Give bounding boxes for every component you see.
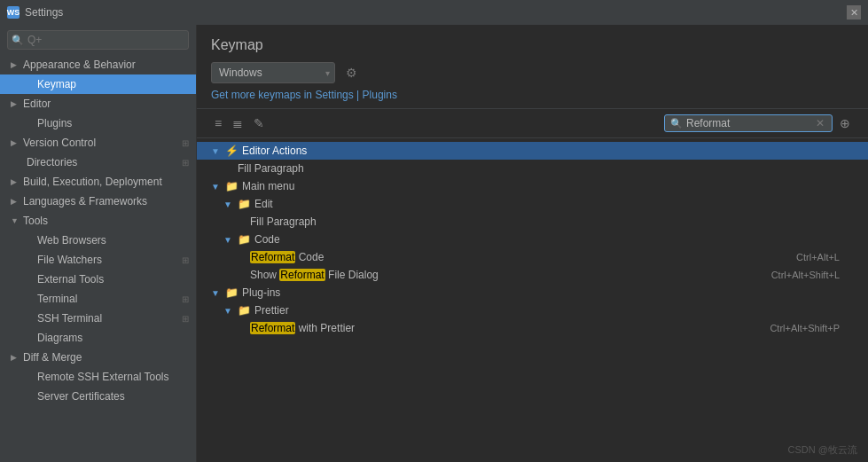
edit-shortcut-button[interactable]: ✎ (250, 114, 268, 132)
watermark: CSDN @牧云流 (788, 443, 857, 457)
arrow-icon: ▶ (11, 177, 20, 186)
tree-row-code[interactable]: ▼📁Code (197, 231, 868, 248)
content-header: Keymap Windows macOS Linux Eclipse NetBe… (197, 25, 868, 109)
sidebar-search-wrap: 🔍 (7, 30, 189, 50)
tree-row-main-menu[interactable]: ▼📁Main menu (197, 177, 868, 195)
folder-icon: 📁 (238, 304, 251, 317)
sidebar-item-label: Directories (27, 156, 77, 168)
sidebar-item-directories[interactable]: Directories⊞ (0, 153, 196, 172)
arrow-icon: ▶ (11, 60, 20, 69)
sidebar-item-terminal[interactable]: Terminal⊞ (0, 289, 196, 309)
sidebar-item-build[interactable]: ▶Build, Execution, Deployment (0, 172, 196, 192)
folder-icon: 📁 (238, 233, 251, 246)
toggle-icon: ▼ (211, 182, 223, 192)
find-usages-button[interactable]: ⊕ (836, 114, 854, 132)
tree-row-prettier[interactable]: ▼📁Prettier (197, 301, 868, 319)
arrow-icon: ▶ (11, 197, 20, 206)
shortcut-badge: Ctrl+Alt+L (796, 252, 854, 262)
sidebar-item-web-browsers[interactable]: Web Browsers (0, 231, 196, 250)
title-bar: WS Settings ✕ (0, 0, 868, 25)
sidebar-item-diagrams[interactable]: Diagrams (0, 328, 196, 348)
keymap-select[interactable]: Windows macOS Linux Eclipse NetBeans (211, 62, 335, 83)
app-icon: WS (7, 6, 20, 19)
sidebar-item-ssh-terminal[interactable]: SSH Terminal⊞ (0, 309, 196, 328)
sidebar-item-file-watchers[interactable]: File Watchers⊞ (0, 250, 196, 270)
close-button[interactable]: ✕ (847, 5, 861, 20)
tree-row-label: Code (254, 233, 854, 246)
shortcut-badge: Ctrl+Alt+Shift+L (771, 270, 854, 280)
tree-row-editor-actions[interactable]: ▼⚡Editor Actions (197, 142, 868, 160)
arrow-icon: ▶ (11, 353, 20, 362)
arrow-icon: ▼ (11, 216, 20, 225)
sidebar-item-version-control[interactable]: ▶Version Control⊞ (0, 133, 196, 153)
sidebar-item-label: Appearance & Behavior (23, 59, 136, 71)
search-box-wrap: 🔍 ✕ (664, 114, 833, 132)
tree-row-show-reformat[interactable]: Show Reformat File DialogCtrl+Alt+Shift+… (197, 266, 868, 284)
keymap-toolbar: ≡ ≣ ✎ 🔍 ✕ ⊕ (197, 109, 868, 138)
sidebar-item-editor[interactable]: ▶Editor (0, 94, 196, 114)
toggle-icon: ▼ (211, 146, 223, 156)
highlight-text: Reformat (250, 322, 295, 334)
shortcut-badge: Ctrl+Alt+Shift+P (770, 323, 854, 333)
sidebar-search-icon: 🔍 (12, 35, 24, 46)
folder-icon: 📁 (225, 286, 239, 299)
tree-row-label: Reformat Code (250, 251, 796, 263)
tree-row-reformat-code[interactable]: Reformat CodeCtrl+Alt+L (197, 248, 868, 266)
sidebar-item-diff-merge[interactable]: ▶Diff & Merge (0, 348, 196, 367)
toggle-icon: ▼ (211, 288, 223, 298)
keymap-search-input[interactable] (686, 117, 810, 129)
plugins-link[interactable]: Plugins (363, 89, 397, 101)
tree-rows-list: ▼⚡Editor ActionsFill Paragraph▼📁Main men… (197, 142, 868, 337)
tree-row-fill-paragraph-2[interactable]: Fill Paragraph (197, 213, 868, 231)
arrow-icon: ▶ (11, 99, 20, 108)
sidebar-item-appearance[interactable]: ▶Appearance & Behavior (0, 55, 196, 74)
sidebar-item-label: File Watchers (37, 254, 102, 266)
search-icon: 🔍 (670, 118, 683, 129)
sidebar-item-languages[interactable]: ▶Languages & Frameworks (0, 192, 196, 211)
main-layout: 🔍 ▶Appearance & BehaviorKeymap▶EditorPlu… (0, 25, 868, 462)
sidebar-search-area: 🔍 (0, 25, 196, 55)
sidebar-item-label: Server Certificates (37, 390, 125, 403)
sidebar-item-external-tools[interactable]: External Tools (0, 270, 196, 289)
sidebar-item-keymap[interactable]: Keymap (0, 74, 196, 94)
sidebar-item-server-certs[interactable]: Server Certificates (0, 387, 196, 406)
external-icon: ⊞ (182, 138, 189, 148)
tree-row-plug-ins[interactable]: ▼📁Plug-ins (197, 284, 868, 301)
gear-button[interactable]: ⚙ (342, 64, 361, 82)
action-icon: ⚡ (225, 145, 239, 157)
clear-search-button[interactable]: ✕ (814, 117, 826, 129)
sidebar-item-label: SSH Terminal (37, 312, 102, 325)
highlight-text: Reformat (279, 269, 325, 281)
content-area: Keymap Windows macOS Linux Eclipse NetBe… (197, 25, 868, 462)
keymap-link-row: Get more keymaps in Settings | Plugins (211, 89, 854, 101)
sidebar-item-tools[interactable]: ▼Tools (0, 211, 196, 231)
external-icon: ⊞ (182, 158, 189, 168)
tree-row-label: Show Reformat File Dialog (250, 269, 771, 281)
sidebar-item-plugins[interactable]: Plugins (0, 114, 196, 133)
get-more-keymaps-link[interactable]: Get more keymaps in Settings (211, 89, 354, 101)
tree-row-label: Edit (254, 198, 854, 210)
toggle-icon: ▼ (223, 200, 236, 209)
sidebar-item-label: Keymap (37, 78, 76, 90)
arrow-icon: ▶ (11, 138, 20, 147)
expand-all-button[interactable]: ≡ (211, 114, 225, 132)
sidebar-items-list: ▶Appearance & BehaviorKeymap▶EditorPlugi… (0, 55, 196, 406)
page-title: Keymap (211, 37, 854, 53)
folder-icon: 📁 (238, 198, 251, 210)
tree-row-fill-paragraph-1[interactable]: Fill Paragraph (197, 160, 868, 177)
external-icon: ⊞ (182, 255, 189, 265)
keymap-select-wrap: Windows macOS Linux Eclipse NetBeans ▾ (211, 62, 335, 83)
highlight-text: Reformat (250, 251, 295, 263)
external-icon: ⊞ (182, 314, 189, 324)
tree-row-label: Fill Paragraph (238, 162, 854, 175)
tree-row-label: Editor Actions (242, 145, 854, 157)
sidebar-item-label: Editor (23, 98, 51, 110)
collapse-all-button[interactable]: ≣ (229, 114, 246, 132)
tree-row-edit[interactable]: ▼📁Edit (197, 195, 868, 213)
sidebar-item-label: Diagrams (37, 332, 82, 344)
sidebar: 🔍 ▶Appearance & BehaviorKeymap▶EditorPlu… (0, 25, 197, 462)
sidebar-item-label: Build, Execution, Deployment (23, 176, 162, 188)
sidebar-search-input[interactable] (7, 30, 189, 50)
tree-row-reformat-prettier[interactable]: Reformat with PrettierCtrl+Alt+Shift+P (197, 319, 868, 337)
sidebar-item-remote-ssh[interactable]: Remote SSH External Tools (0, 367, 196, 387)
